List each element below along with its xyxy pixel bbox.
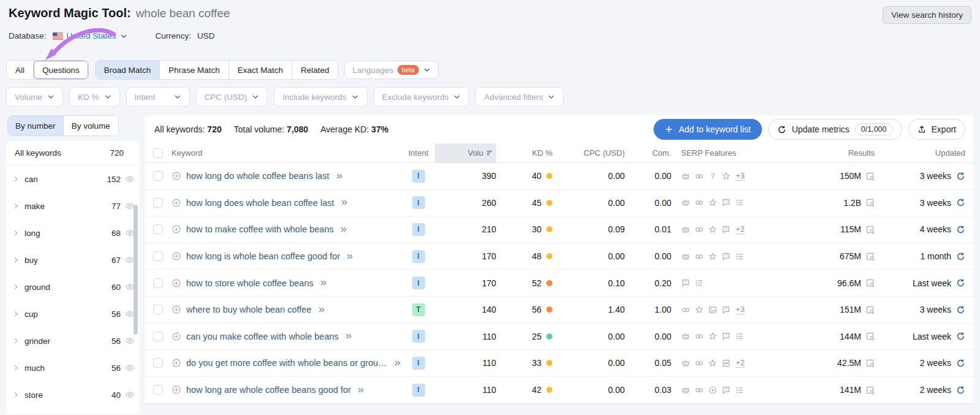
refresh-icon[interactable] (956, 332, 965, 341)
refresh-icon[interactable] (956, 278, 965, 287)
keyword-link[interactable]: how to make coffee with whole beans (186, 224, 334, 234)
row-checkbox[interactable] (153, 171, 163, 181)
tab-exact-match[interactable]: Exact Match (229, 61, 292, 79)
view-search-history-button[interactable]: View search history (883, 6, 971, 24)
plus-circle-icon[interactable] (172, 171, 181, 181)
keyword-link[interactable]: how long is whole bean coffee good for (186, 251, 340, 261)
keyword-group-item[interactable]: much56 (6, 354, 140, 381)
row-checkbox[interactable] (153, 305, 163, 314)
double-arrow-icon[interactable] (394, 359, 402, 367)
double-arrow-icon[interactable] (357, 386, 365, 394)
double-arrow-icon[interactable] (340, 226, 348, 234)
double-arrow-icon[interactable] (346, 253, 354, 261)
chevron-right-icon[interactable] (12, 310, 20, 318)
double-arrow-icon[interactable] (320, 279, 328, 287)
eye-icon[interactable] (125, 336, 135, 346)
select-all-checkbox[interactable] (153, 148, 163, 158)
filter-advanced-filters[interactable]: Advanced filters (475, 87, 564, 107)
all-keywords-row[interactable]: All keywords 720 (6, 141, 140, 166)
double-arrow-icon[interactable] (341, 199, 349, 207)
keyword-link[interactable]: how long does whole bean coffee last (186, 198, 334, 208)
filter-kd-[interactable]: KD % (69, 87, 120, 107)
keyword-link[interactable]: do you get more coffee with whole beans … (186, 358, 388, 368)
eye-icon[interactable] (125, 174, 135, 184)
row-checkbox[interactable] (153, 224, 163, 234)
serp-more-badge[interactable]: +3 (736, 305, 745, 314)
serp-window-icon[interactable] (865, 225, 875, 234)
keyword-group-item[interactable]: grinder56 (6, 327, 140, 354)
keyword-group-item[interactable]: make77 (6, 192, 140, 219)
keyword-group-item[interactable]: long68 (6, 219, 140, 246)
serp-more-badge[interactable]: +2 (736, 224, 745, 234)
row-checkbox[interactable] (153, 358, 163, 368)
keyword-group-item[interactable]: cup56 (6, 300, 140, 327)
add-to-keyword-list-button[interactable]: Add to keyword list (654, 119, 762, 140)
filter-intent[interactable]: Intent (126, 87, 190, 107)
tab-phrase-match[interactable]: Phrase Match (160, 61, 228, 79)
keyword-link[interactable]: can you make coffee with whole beans (186, 332, 339, 341)
tab-all[interactable]: All (7, 61, 34, 79)
sidebar-scrollbar[interactable] (134, 205, 138, 335)
plus-circle-icon[interactable] (172, 198, 181, 208)
col-volume[interactable]: Volu (435, 143, 496, 162)
chevron-right-icon[interactable] (12, 364, 20, 371)
row-checkbox[interactable] (153, 278, 163, 288)
row-checkbox[interactable] (153, 198, 163, 208)
serp-window-icon[interactable] (865, 305, 875, 314)
serp-window-icon[interactable] (865, 386, 875, 395)
serp-window-icon[interactable] (865, 198, 875, 207)
chevron-right-icon[interactable] (12, 202, 20, 210)
tab-broad-match[interactable]: Broad Match (96, 61, 160, 79)
row-checkbox[interactable] (153, 332, 163, 341)
row-checkbox[interactable] (153, 385, 163, 395)
plus-circle-icon[interactable] (172, 278, 181, 288)
row-checkbox[interactable] (153, 251, 163, 261)
sort-toggle-by-number[interactable]: By number (8, 116, 63, 135)
keyword-group-item[interactable]: ground60 (6, 273, 140, 300)
plus-circle-icon[interactable] (172, 358, 181, 368)
chevron-right-icon[interactable] (12, 175, 20, 183)
serp-window-icon[interactable] (865, 359, 875, 368)
keyword-group-item[interactable]: can152 (6, 166, 140, 192)
serp-window-icon[interactable] (865, 278, 875, 287)
plus-circle-icon[interactable] (172, 251, 181, 261)
keyword-link[interactable]: how long are whole coffee beans good for (186, 385, 351, 395)
plus-circle-icon[interactable] (172, 224, 181, 234)
refresh-icon[interactable] (956, 252, 965, 261)
serp-window-icon[interactable] (865, 172, 875, 181)
database-selector[interactable]: United States (53, 31, 127, 40)
keyword-link[interactable]: how long do whole coffee beans last (186, 171, 330, 181)
serp-window-icon[interactable] (865, 332, 875, 341)
filter-cpc-usd-[interactable]: CPC (USD) (196, 87, 268, 107)
refresh-icon[interactable] (956, 305, 965, 314)
keyword-group-item[interactable]: store40 (6, 381, 140, 408)
keyword-link[interactable]: where to buy whole bean coffee (186, 305, 312, 314)
serp-more-badge[interactable]: +3 (736, 171, 745, 181)
export-button[interactable]: Export (908, 119, 965, 140)
filter-volume[interactable]: Volume (6, 87, 63, 107)
tab-questions[interactable]: Questions (34, 61, 88, 79)
refresh-icon[interactable] (956, 198, 965, 207)
double-arrow-icon[interactable] (318, 306, 326, 314)
filter-exclude-keywords[interactable]: Exclude keywords (374, 87, 470, 107)
eye-icon[interactable] (125, 363, 135, 373)
keyword-link[interactable]: how to store whole coffee beans (186, 278, 314, 288)
chevron-right-icon[interactable] (12, 337, 20, 345)
languages-dropdown[interactable]: Languages beta (344, 61, 438, 79)
refresh-icon[interactable] (956, 386, 965, 395)
eye-icon[interactable] (125, 390, 135, 400)
chevron-right-icon[interactable] (12, 283, 20, 291)
update-metrics-button[interactable]: Update metrics 0/1,000 (768, 119, 902, 140)
plus-circle-icon[interactable] (172, 305, 181, 314)
serp-window-icon[interactable] (865, 252, 875, 261)
chevron-right-icon[interactable] (12, 391, 20, 398)
serp-more-badge[interactable]: +2 (736, 358, 745, 368)
refresh-icon[interactable] (956, 225, 965, 234)
sort-toggle-by-volume[interactable]: By volume (63, 116, 119, 135)
keyword-group-item[interactable]: buy67 (6, 246, 140, 273)
plus-circle-icon[interactable] (172, 385, 181, 395)
chevron-right-icon[interactable] (12, 256, 20, 264)
plus-circle-icon[interactable] (172, 332, 181, 341)
chevron-right-icon[interactable] (12, 229, 20, 237)
refresh-icon[interactable] (956, 172, 965, 181)
